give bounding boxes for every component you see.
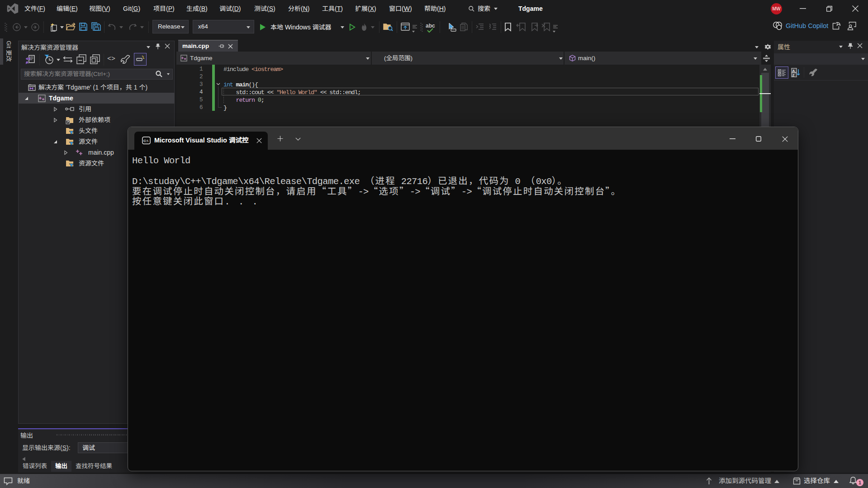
svg-text:C:\: C:\ (143, 139, 148, 143)
svg-text:A: A (792, 69, 795, 73)
svg-text:Z: Z (792, 73, 795, 77)
